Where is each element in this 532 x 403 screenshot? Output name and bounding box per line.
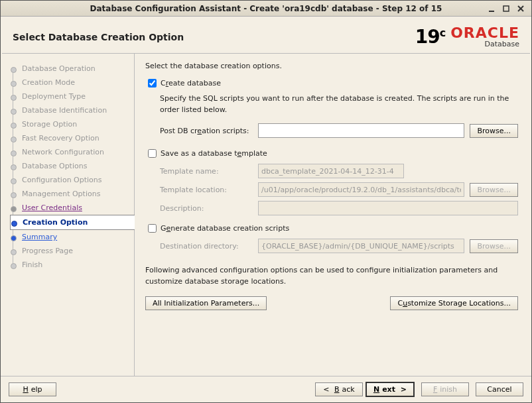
template-description-label: Description: xyxy=(160,204,253,213)
step-creation-option[interactable]: Creation Option xyxy=(10,215,135,230)
step-configuration-options: Configuration Options xyxy=(10,173,134,187)
step-network-configuration: Network Configuration xyxy=(10,145,134,159)
step-creation-mode: Creation Mode xyxy=(10,76,134,89)
step-progress-page: Progress Page xyxy=(10,244,134,258)
post-scripts-browse-button[interactable]: Browse... xyxy=(470,124,518,138)
step-storage-option: Storage Option xyxy=(10,117,134,131)
customize-storage-button[interactable]: Customize Storage Locations... xyxy=(390,296,518,310)
minimize-icon[interactable] xyxy=(485,2,498,15)
post-scripts-input[interactable] xyxy=(258,123,464,138)
template-location-browse-button: Browse... xyxy=(470,183,518,197)
cancel-button[interactable]: Cancel xyxy=(476,382,523,396)
generate-scripts-checkbox[interactable] xyxy=(148,224,157,233)
page-title: Select Database Creation Option xyxy=(13,32,415,42)
header: Select Database Creation Option 19c ORAC… xyxy=(1,17,531,53)
help-button[interactable]: Help xyxy=(9,382,56,396)
bottombar: Help < Back Next > Finish Cancel xyxy=(1,376,531,402)
step-summary[interactable]: Summary xyxy=(10,230,134,244)
back-button[interactable]: < Back xyxy=(315,382,363,396)
step-list: Database Operation Creation Mode Deploym… xyxy=(10,62,134,272)
step-fast-recovery-option: Fast Recovery Option xyxy=(10,131,134,145)
titlebar: Database Configuration Assistant - Creat… xyxy=(1,1,531,17)
post-scripts-label: Post DB creation scripts: xyxy=(160,127,253,135)
sidebar: Database Operation Creation Mode Deploym… xyxy=(1,54,135,376)
intro-text: Select the database creation options. xyxy=(145,62,518,70)
destination-dir-browse-button: Browse... xyxy=(470,239,518,253)
maximize-icon[interactable] xyxy=(499,2,513,15)
advanced-note: Following advanced configuration options… xyxy=(145,265,518,287)
destination-dir-label: Destination directory: xyxy=(160,242,253,251)
step-deployment-type: Deployment Type xyxy=(10,89,134,103)
specify-note: Specify the SQL scripts you want to run … xyxy=(160,93,518,115)
step-database-identification: Database Identification xyxy=(10,103,134,117)
template-name-input xyxy=(258,164,404,178)
close-icon[interactable] xyxy=(514,2,527,15)
svg-rect-1 xyxy=(503,6,509,11)
template-description-input xyxy=(258,201,518,215)
content: Select the database creation options. Cr… xyxy=(135,54,531,376)
step-database-options: Database Options xyxy=(10,159,134,173)
template-name-label: Template name: xyxy=(160,167,253,176)
chevron-left-icon: < xyxy=(323,385,332,394)
oracle-logo: 19c ORACLE Database xyxy=(415,26,519,48)
generate-scripts-label: Generate database creation scripts xyxy=(161,224,289,233)
destination-dir-input xyxy=(258,239,464,253)
chevron-right-icon: > xyxy=(398,385,407,394)
template-location-label: Template location: xyxy=(160,186,253,194)
create-database-label: Create database xyxy=(161,79,221,87)
step-database-operation: Database Operation xyxy=(10,62,134,76)
template-location-input xyxy=(258,182,464,197)
create-database-checkbox[interactable] xyxy=(148,79,157,87)
save-template-checkbox[interactable] xyxy=(148,149,157,158)
window: Database Configuration Assistant - Creat… xyxy=(0,0,532,403)
step-finish: Finish xyxy=(10,258,134,272)
next-button[interactable]: Next > xyxy=(366,382,415,397)
all-init-params-button[interactable]: All Initialization Parameters... xyxy=(145,296,267,310)
step-management-options: Management Options xyxy=(10,187,134,201)
save-template-label: Save as a database template xyxy=(161,149,267,158)
finish-button: Finish xyxy=(421,382,469,396)
window-title: Database Configuration Assistant - Creat… xyxy=(1,4,531,13)
step-user-credentials[interactable]: User Credentials xyxy=(10,201,134,215)
